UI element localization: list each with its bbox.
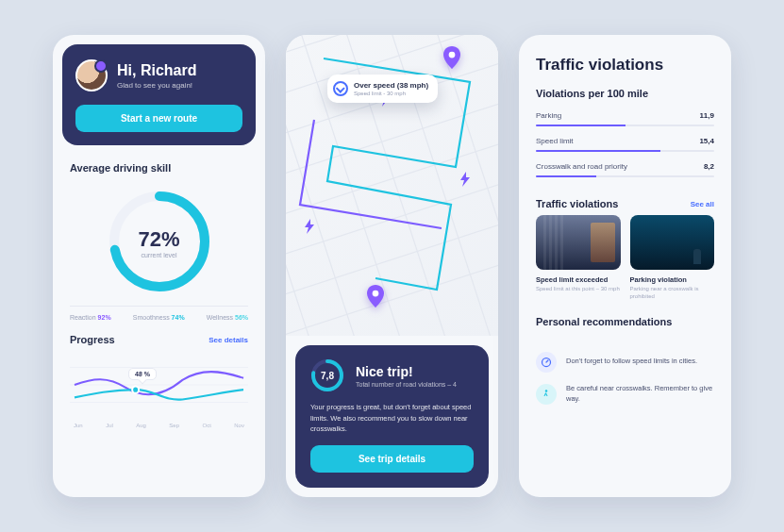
violation-card[interactable]: Speed limit exceeded Speed limit at this… <box>536 215 621 301</box>
map-screen: Over speed (38 mph) Speed limit - 30 mph… <box>286 35 498 497</box>
speed-tooltip[interactable]: Over speed (38 mph) Speed limit - 30 mph <box>327 75 438 103</box>
violations-list-title: Traffic violations <box>536 198 618 209</box>
avatar[interactable] <box>75 59 108 91</box>
recommendation-item: Don't forget to follow speed limits in c… <box>536 346 714 378</box>
skill-percent-label: current level <box>138 252 179 258</box>
map[interactable]: Over speed (38 mph) Speed limit - 30 mph <box>286 35 498 336</box>
metrics-row: Reaction 92% Smoothness 74% Wellness 56% <box>70 306 248 321</box>
trip-body: Your progress is great, but don't forget… <box>310 402 474 434</box>
page-title: Traffic violations <box>536 56 714 75</box>
recommendation-item: Be careful near crosswalks. Remember to … <box>536 378 714 410</box>
violation-thumb-image <box>630 215 715 270</box>
see-details-link[interactable]: See details <box>209 336 248 344</box>
bolt-icon <box>460 172 470 185</box>
greeting-title: Hi, Richard <box>117 62 196 79</box>
trip-score: 7,8 <box>310 358 344 392</box>
violation-bar <box>536 150 714 152</box>
violation-card[interactable]: Parking violation Parking near a crosswa… <box>630 215 715 301</box>
skill-percent: 72% <box>138 227 179 252</box>
skill-section-title: Average driving skill <box>70 162 248 174</box>
trip-details-button[interactable]: See trip details <box>310 445 474 473</box>
svg-point-20 <box>449 52 456 58</box>
tooltip-sub: Speed limit - 30 mph <box>354 91 428 96</box>
skill-ring: 72% current level <box>70 179 248 306</box>
trip-summary-card: 7,8 Nice trip! Total number of road viol… <box>295 345 489 488</box>
speedometer-icon <box>333 81 348 96</box>
violation-bar <box>536 125 714 126</box>
violation-bar <box>536 175 714 177</box>
violation-row: Speed limit15,4 <box>536 134 714 148</box>
map-pin-icon[interactable] <box>443 46 460 69</box>
tooltip-title: Over speed (38 mph) <box>354 81 428 90</box>
violations-screen: Traffic violations Violations per 100 mi… <box>519 35 731 497</box>
pedestrian-icon <box>536 384 557 405</box>
greeting-card: Hi, Richard Glad to see you again! Start… <box>62 44 256 145</box>
speedometer-icon <box>536 352 557 373</box>
progress-title: Progress <box>70 334 115 345</box>
progress-chart: 48 % Jun Jul Aug Sep Oct Nov <box>70 351 248 436</box>
violation-thumb-image <box>536 215 621 270</box>
greeting-subtitle: Glad to see you again! <box>117 81 196 90</box>
trip-score-ring: 7,8 <box>310 358 344 392</box>
svg-point-25 <box>545 390 548 392</box>
violation-row: Crosswalk and road priority8,2 <box>536 159 714 174</box>
violation-row: Parking11,9 <box>536 108 714 123</box>
violations-subtitle: Violations per 100 mile <box>536 88 714 99</box>
recommendations-title: Personal recommendations <box>536 316 714 327</box>
svg-point-21 <box>373 291 379 297</box>
trip-title: Nice trip! <box>356 364 457 379</box>
dashboard-screen: Hi, Richard Glad to see you again! Start… <box>53 35 265 497</box>
start-route-button[interactable]: Start a new route <box>75 105 242 132</box>
map-pin-icon[interactable] <box>367 285 384 308</box>
see-all-link[interactable]: See all <box>691 200 714 208</box>
trip-subtitle: Total number of road violations – 4 <box>356 381 457 388</box>
bolt-icon <box>305 219 314 232</box>
progress-value-badge: 48 % <box>128 368 157 380</box>
svg-point-5 <box>132 387 139 393</box>
